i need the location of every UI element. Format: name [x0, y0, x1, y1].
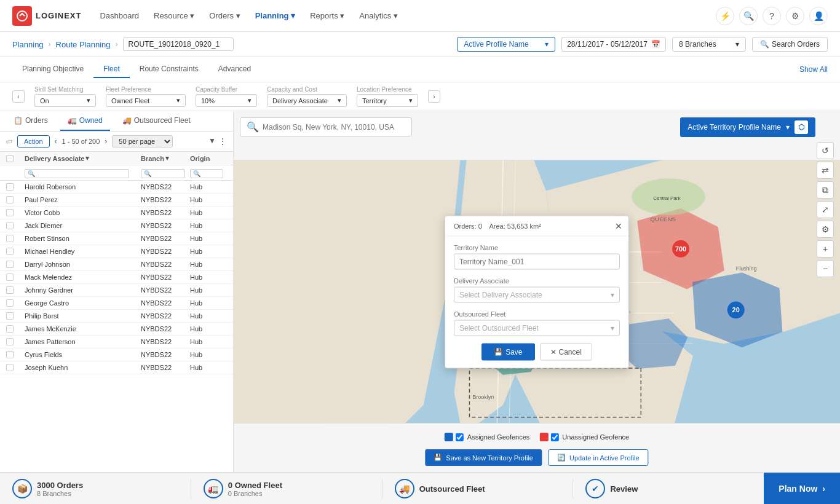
- th-branch[interactable]: Branch ▾: [141, 154, 190, 162]
- location-pref-select[interactable]: Territory ▾: [357, 94, 418, 107]
- tab-outsourced-fleet[interactable]: 🚚 Outsourced Fleet: [115, 111, 198, 131]
- da-search-input[interactable]: [25, 169, 129, 178]
- route-name-input[interactable]: [123, 37, 234, 51]
- table-header: Delivery Associate ▾ Branch ▾ Origin: [0, 152, 233, 165]
- territory-name-field: Territory Name: [454, 243, 620, 269]
- tab-advanced[interactable]: Advanced: [208, 61, 261, 78]
- zoom-in-btn[interactable]: +: [817, 240, 834, 258]
- nav-planning[interactable]: Planning ▾: [255, 11, 296, 20]
- row-checkbox[interactable]: [6, 325, 14, 333]
- outsourced-fleet-step-icon: 🚚: [395, 479, 414, 498]
- map-search-input[interactable]: [263, 123, 405, 132]
- settings-next-btn[interactable]: ›: [428, 90, 440, 103]
- prev-page-btn[interactable]: ‹: [55, 137, 57, 146]
- help-icon-btn[interactable]: ?: [763, 7, 781, 25]
- breadcrumb-route-planning[interactable]: Route Planning: [56, 40, 111, 49]
- lightning-icon-btn[interactable]: ⚡: [716, 7, 734, 25]
- svg-text:Central Park: Central Park: [653, 195, 680, 201]
- plan-now-button[interactable]: Plan Now ›: [764, 473, 840, 504]
- map-search-bar[interactable]: 🔍: [240, 117, 412, 136]
- capacity-buffer-field: Capacity Buffer 10% ▾: [196, 86, 257, 107]
- update-active-btn[interactable]: 🔄 Update in Active Profile: [548, 449, 649, 466]
- search-orders-button[interactable]: 🔍 Search Orders: [752, 37, 828, 52]
- per-page-select[interactable]: 50 per page 25 per page 100 per page: [112, 135, 173, 148]
- modal-cancel-btn[interactable]: ✕ Cancel: [540, 343, 592, 360]
- assigned-geofences-checkbox[interactable]: [456, 433, 464, 441]
- modal-close-btn[interactable]: ✕: [615, 221, 622, 230]
- row-checkbox[interactable]: [6, 312, 14, 320]
- nav-analytics[interactable]: Analytics ▾: [359, 11, 398, 20]
- row-checkbox[interactable]: [6, 274, 14, 281]
- modal-save-btn[interactable]: 💾 Save: [481, 343, 534, 360]
- fleet-pref-select[interactable]: Owned Fleet ▾: [106, 94, 186, 107]
- top-navigation: LOGINEXT Dashboard Resource ▾ Orders ▾ P…: [0, 0, 840, 32]
- territory-profile-select[interactable]: Active Territory Profile Name ▾ ⬡: [680, 117, 815, 137]
- show-all-link[interactable]: Show All: [799, 65, 828, 74]
- branch-search-input[interactable]: [141, 169, 185, 178]
- origin-search-input[interactable]: [190, 169, 223, 178]
- row-checkbox[interactable]: [6, 222, 14, 229]
- row-checkbox[interactable]: [6, 286, 14, 294]
- outsourced-fleet-select[interactable]: Select Outsourced Fleet ▾: [454, 320, 620, 336]
- tab-orders[interactable]: 📋 Orders: [6, 111, 55, 131]
- row-checkbox[interactable]: [6, 299, 14, 307]
- review-step-text: Review: [610, 484, 638, 494]
- row-checkbox[interactable]: [6, 364, 14, 371]
- row-checkbox[interactable]: [6, 261, 14, 268]
- more-options-icon[interactable]: ⋮: [218, 136, 227, 146]
- row-checkbox[interactable]: [6, 351, 14, 358]
- select-all-checkbox[interactable]: [6, 155, 14, 162]
- nav-resource[interactable]: Resource ▾: [154, 11, 194, 20]
- action-dropdown-btn[interactable]: Action: [17, 135, 50, 148]
- row-checkbox[interactable]: [6, 196, 14, 203]
- owned-fleet-step-icon: 🚛: [204, 479, 223, 498]
- owned-fleet-step: 🚛 0 Owned Fleet 0 Branches: [191, 479, 382, 498]
- nav-reports[interactable]: Reports ▾: [310, 11, 344, 20]
- tab-owned[interactable]: 🚛 Owned: [60, 111, 110, 131]
- copy-map-btn[interactable]: ⧉: [817, 181, 834, 199]
- next-page-btn[interactable]: ›: [105, 137, 107, 146]
- refresh-map-btn[interactable]: ↺: [817, 142, 834, 159]
- th-delivery-associate[interactable]: Delivery Associate ▾: [25, 154, 141, 162]
- settings-icon-btn[interactable]: ⚙: [786, 7, 804, 25]
- settings-prev-btn[interactable]: ‹: [12, 90, 25, 103]
- filter-icon[interactable]: ▼: [208, 136, 216, 146]
- save-territory-btn[interactable]: 💾 Save as New Territory Profile: [425, 449, 542, 466]
- map-legend: Assigned Geofences Unassigned Geofence: [445, 433, 629, 441]
- da-name: Paul Perez: [25, 196, 141, 203]
- breadcrumb-planning[interactable]: Planning: [12, 40, 44, 49]
- capacity-cost-select[interactable]: Delivery Associate ▾: [267, 94, 347, 107]
- orders-table: Delivery Associate ▾ Branch ▾ Origin: [0, 152, 233, 472]
- share-map-btn[interactable]: ⇄: [817, 162, 834, 179]
- origin-name: Hub: [190, 248, 227, 255]
- zoom-out-btn[interactable]: −: [817, 260, 834, 277]
- branches-select[interactable]: 8 Branches ▾: [672, 37, 746, 52]
- row-checkbox[interactable]: [6, 183, 14, 191]
- delivery-associate-field: Delivery Associate Select Delivery Assoc…: [454, 277, 620, 302]
- da-name: Philip Borst: [25, 312, 141, 320]
- nav-dashboard[interactable]: Dashboard: [100, 11, 139, 20]
- profile-select[interactable]: Active Profile Name ▾: [457, 37, 555, 52]
- date-range-picker[interactable]: 28/11/2017 - 05/12/2017 📅: [561, 37, 666, 52]
- settings-map-btn[interactable]: ⚙: [817, 221, 834, 238]
- fullscreen-map-btn[interactable]: ⤢: [817, 201, 834, 218]
- nav-orders[interactable]: Orders ▾: [209, 11, 240, 20]
- svg-text:20: 20: [732, 306, 740, 313]
- search-icon-btn[interactable]: 🔍: [739, 7, 758, 25]
- location-pref-field: Location Preference Territory ▾: [357, 86, 418, 107]
- capacity-buffer-select[interactable]: 10% ▾: [196, 94, 257, 107]
- tab-fleet[interactable]: Fleet: [93, 61, 130, 78]
- user-icon-btn[interactable]: 👤: [809, 7, 828, 25]
- row-checkbox[interactable]: [6, 338, 14, 345]
- table-row: Robert Stinson NYBDS22 Hub: [0, 232, 233, 245]
- skill-set-select[interactable]: On ▾: [34, 94, 96, 107]
- unassigned-geofences-checkbox[interactable]: [550, 433, 558, 441]
- row-checkbox[interactable]: [6, 248, 14, 255]
- row-checkbox[interactable]: [6, 235, 14, 242]
- territory-name-input[interactable]: [454, 253, 620, 269]
- tab-planning-objective[interactable]: Planning Objective: [12, 61, 93, 78]
- delivery-associate-select[interactable]: Select Delivery Associate ▾: [454, 286, 620, 302]
- tab-route-constraints[interactable]: Route Constraints: [130, 61, 208, 78]
- table-row: Joseph Kuehn NYBDS22 Hub: [0, 361, 233, 374]
- row-checkbox[interactable]: [6, 209, 14, 216]
